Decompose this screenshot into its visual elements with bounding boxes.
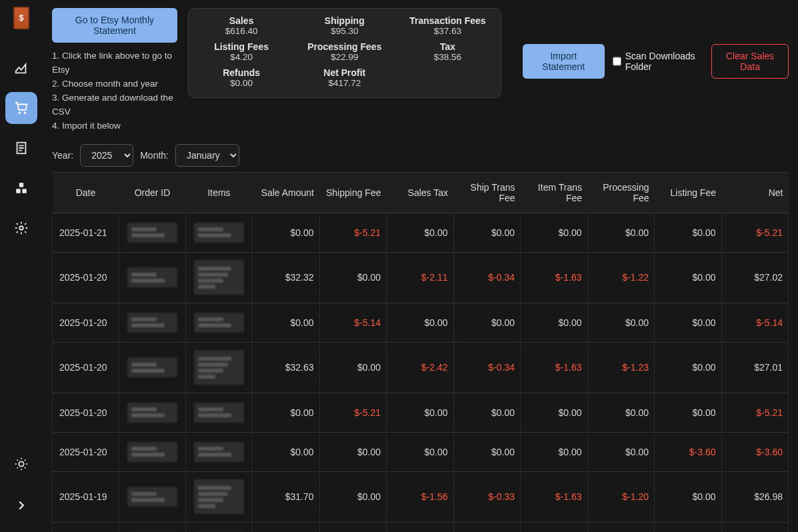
cell: $0.00	[655, 522, 722, 532]
cell: $0.00	[319, 252, 387, 303]
cell-date: 2025-01-20	[53, 393, 119, 432]
cell: $-5.14	[319, 303, 387, 342]
summary-label: Tax	[409, 41, 486, 52]
col-order: Order ID	[119, 173, 186, 213]
cell: $0.00	[655, 303, 722, 342]
cell: $0.00	[253, 432, 320, 471]
redacted-cell	[119, 342, 186, 393]
clear-sales-button[interactable]: Clear Sales Data	[711, 44, 789, 79]
cell: $0.00	[319, 432, 387, 471]
instruction-line: 1. Click the link above to go to Etsy	[52, 49, 177, 77]
summary-card: Sales$616.40 Shipping$95.30 Transaction …	[188, 8, 501, 98]
summary-label: Transaction Fees	[409, 15, 486, 26]
redacted-cell	[119, 432, 186, 471]
cell: $0.00	[521, 393, 588, 432]
svg-point-4	[19, 461, 23, 466]
cell: $-5.21	[721, 213, 789, 252]
redacted-cell	[186, 213, 253, 252]
cell: $0.00	[387, 393, 454, 432]
cell: $-0.33	[453, 471, 521, 522]
cell-date: 2025-01-20	[53, 303, 119, 342]
redacted-cell	[186, 522, 253, 532]
go-statement-button[interactable]: Go to Etsy Monthly Statement	[52, 8, 177, 43]
cell: $0.00	[655, 252, 722, 303]
cell: $0.00	[453, 522, 521, 532]
summary-value: $38.56	[409, 52, 486, 62]
cell: $-1.23	[587, 342, 655, 393]
summary-label: Listing Fees	[203, 41, 280, 52]
scan-downloads-label: Scan Downloads Folder	[625, 51, 704, 72]
col-tax: Sales Tax	[387, 173, 454, 213]
summary-value: $417.72	[306, 78, 383, 88]
scan-downloads-checkbox-wrap[interactable]: Scan Downloads Folder	[613, 51, 704, 72]
table-row: 2025-01-20$0.00$0.00$0.00$0.00$0.00$0.00…	[53, 432, 789, 471]
cell: $-1.22	[587, 252, 655, 303]
col-ship: Shipping Fee	[319, 173, 387, 213]
cell: $0.00	[521, 303, 588, 342]
cell: $0.00	[587, 393, 655, 432]
cell-date: 2025-01-18	[53, 522, 119, 532]
table-row: 2025-01-18$0.00$-5.01$0.00$0.00$0.00$0.0…	[53, 522, 789, 532]
cell: $0.00	[453, 213, 521, 252]
col-itemt: Item Trans Fee	[521, 173, 588, 213]
redacted-cell	[119, 303, 186, 342]
table-row: 2025-01-20$0.00$-5.14$0.00$0.00$0.00$0.0…	[53, 303, 789, 342]
cell: $0.00	[521, 213, 588, 252]
cell: $-1.63	[521, 342, 588, 393]
redacted-cell	[186, 471, 253, 522]
cell-date: 2025-01-19	[53, 471, 119, 522]
cell: $0.00	[253, 393, 320, 432]
summary-value: $95.30	[306, 26, 383, 36]
summary-value: $0.00	[203, 78, 280, 88]
cell: $-0.34	[453, 342, 521, 393]
svg-point-1	[24, 112, 26, 114]
redacted-cell	[186, 342, 253, 393]
cell: $-5.21	[319, 213, 387, 252]
cell: $0.00	[453, 432, 521, 471]
cell: $-5.14	[721, 303, 789, 342]
col-proc: Processing Fee	[587, 173, 655, 213]
svg-point-0	[19, 112, 21, 114]
nav-collapse[interactable]	[5, 489, 37, 521]
cell: $0.00	[253, 303, 320, 342]
redacted-cell	[119, 213, 186, 252]
cell: $0.00	[655, 471, 722, 522]
cell: $-2.42	[387, 342, 454, 393]
col-list: Listing Fee	[655, 173, 722, 213]
month-select[interactable]: January	[175, 144, 239, 167]
redacted-cell	[186, 393, 253, 432]
cell: $0.00	[253, 213, 320, 252]
summary-label: Net Profit	[306, 67, 383, 78]
summary-label: Sales	[203, 15, 280, 26]
table-row: 2025-01-20$32.32$0.00$-2.11$-0.34$-1.63$…	[53, 252, 789, 303]
redacted-cell	[186, 303, 253, 342]
summary-label: Processing Fees	[306, 41, 383, 52]
nav-inventory[interactable]	[5, 172, 37, 204]
cell: $0.00	[387, 213, 454, 252]
year-label: Year:	[52, 150, 73, 161]
instruction-line: 3. Generate and download the CSV	[52, 91, 177, 119]
cell: $0.00	[387, 522, 454, 532]
import-statement-button[interactable]: Import Statement	[523, 44, 605, 79]
sales-table-container[interactable]: Date Order ID Items Sale Amount Shipping…	[52, 172, 789, 532]
nav-analytics[interactable]	[5, 52, 37, 84]
summary-value: $37.63	[409, 26, 486, 36]
instruction-line: 4. Import it below	[52, 119, 177, 133]
scan-downloads-checkbox[interactable]	[613, 57, 621, 66]
cell: $0.00	[319, 342, 387, 393]
cell: $27.01	[721, 342, 789, 393]
summary-value: $4.20	[203, 52, 280, 62]
nav-cart[interactable]	[5, 92, 37, 124]
cell-date: 2025-01-20	[53, 432, 119, 471]
nav-settings[interactable]	[5, 212, 37, 244]
year-select[interactable]: 2025	[80, 144, 133, 167]
nav-theme[interactable]	[5, 448, 37, 480]
cell: $0.00	[587, 432, 655, 471]
cell: $27.02	[721, 252, 789, 303]
cell: $26.98	[721, 471, 789, 522]
redacted-cell	[119, 252, 186, 303]
cell: $0.00	[387, 303, 454, 342]
cell: $0.00	[253, 522, 320, 532]
cell: $-1.20	[587, 471, 655, 522]
nav-receipt[interactable]	[5, 132, 37, 164]
